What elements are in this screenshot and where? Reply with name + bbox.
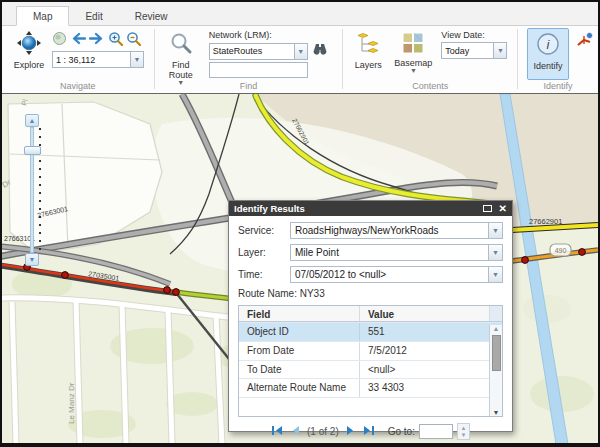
find-route-magnifier-icon <box>169 32 193 58</box>
page-count-text: (1 of 2) <box>307 426 339 437</box>
scroll-up-icon[interactable]: ▲ <box>493 325 500 332</box>
network-lrm-value: StateRoutes <box>210 46 294 56</box>
close-icon[interactable]: ✕ <box>499 204 507 214</box>
basemap-button[interactable]: Basemap ▼ <box>389 28 437 76</box>
group-navigate: Explore <box>2 26 154 92</box>
explore-icon <box>16 30 42 58</box>
chevron-down-icon[interactable]: ▼ <box>493 43 506 58</box>
route-shield-label: 490 <box>555 247 567 254</box>
map-viewport[interactable]: 490 27663001 27663101 27035001 27662901 … <box>2 93 598 443</box>
spinner-up-icon[interactable]: ▲ <box>460 425 466 432</box>
find-group-label: Find <box>155 81 343 91</box>
time-label: Time: <box>238 269 290 280</box>
group-contents: Layers Basemap ▼ <box>343 26 517 92</box>
goto-spinner[interactable]: ▲▼ <box>457 423 470 440</box>
table-row[interactable]: To Date <null> <box>239 360 502 379</box>
full-extent-globe-icon[interactable] <box>52 31 67 50</box>
attributes-table: Field Value Object ID 551 From Date 7/5/… <box>238 305 503 417</box>
goto-label: Go to: <box>388 426 415 437</box>
chevron-down-icon: ▼ <box>410 68 417 74</box>
zoom-slider-handle[interactable] <box>24 146 41 155</box>
dialog-title: Identify Results <box>234 203 305 214</box>
basemap-icon <box>402 32 424 56</box>
previous-page-button[interactable] <box>290 425 300 438</box>
route-label-27662901: 27662901 <box>529 217 562 226</box>
chevron-down-icon[interactable]: ▼ <box>130 52 143 67</box>
contents-group-label: Contents <box>343 81 517 91</box>
layer-combobox[interactable]: Mile Point ▼ <box>290 244 503 261</box>
ribbon-body: Explore <box>2 26 598 92</box>
header-gutter <box>489 306 502 321</box>
table-row[interactable]: From Date 7/5/2012 <box>239 341 502 360</box>
explore-button[interactable]: Explore <box>6 28 52 72</box>
service-combobox[interactable]: RoadsHighways/NewYorkRoads ▼ <box>290 222 503 239</box>
time-value: 07/05/2012 to <null> <box>291 269 488 280</box>
explore-label: Explore <box>14 60 45 70</box>
goto-page-input[interactable] <box>419 424 453 439</box>
chevron-down-icon[interactable]: ▼ <box>294 44 307 59</box>
window-bottom-border <box>2 443 598 447</box>
scroll-down-icon[interactable]: ▼ <box>493 409 500 416</box>
first-page-button[interactable] <box>271 425 283 438</box>
find-route-button[interactable]: Find Route ▼ <box>159 28 203 88</box>
network-lrm-label: Network (LRM): <box>209 30 337 40</box>
table-row-partial <box>239 397 502 416</box>
table-row[interactable]: Alternate Route Name 33 4303 <box>239 378 502 397</box>
route-input[interactable] <box>209 62 308 78</box>
navigate-group-label: Navigate <box>2 81 154 91</box>
back-arrow-icon[interactable] <box>70 31 86 49</box>
layers-label: Layers <box>355 60 382 70</box>
service-value: RoadsHighways/NewYorkRoads <box>291 225 488 236</box>
layer-value: Mile Point <box>291 247 488 258</box>
next-page-button[interactable] <box>346 425 356 438</box>
map-zoom-slider[interactable]: ▲ ▼ <box>24 114 44 266</box>
identify-results-dialog: Identify Results ✕ Service: RoadsHighway… <box>228 200 513 432</box>
chevron-down-icon[interactable]: ▼ <box>488 223 502 238</box>
ribbon-tabstrip: Map Edit Review <box>2 2 598 26</box>
identify-icon: i <box>535 31 561 59</box>
identify-group-label: Identify <box>518 81 598 91</box>
group-identify: i Identify Identify <box>518 26 598 92</box>
spinner-down-icon[interactable]: ▼ <box>460 432 466 439</box>
tab-review[interactable]: Review <box>119 7 184 25</box>
street-label-le-manz-dr: Le Manz Dr <box>67 382 76 424</box>
time-combobox[interactable]: 07/05/2012 to <null> ▼ <box>290 266 503 283</box>
application-window: Map Edit Review <box>0 0 600 447</box>
view-date-combobox[interactable]: Today ▼ <box>441 42 507 59</box>
zoom-out-icon[interactable] <box>126 31 141 50</box>
route-name-value: NY33 <box>300 288 325 299</box>
zoom-slider-down-button[interactable]: ▼ <box>25 253 39 266</box>
network-lrm-combobox[interactable]: StateRoutes ▼ <box>209 43 308 60</box>
map-scale-combobox[interactable]: 1 : 36,112 ▼ <box>52 51 144 68</box>
tab-edit[interactable]: Edit <box>69 7 118 25</box>
zoom-slider-up-button[interactable]: ▲ <box>25 114 39 127</box>
identify-route-icon[interactable] <box>577 32 594 51</box>
view-date-value: Today <box>442 46 493 56</box>
layer-label: Layer: <box>238 247 290 258</box>
dialog-titlebar[interactable]: Identify Results ✕ <box>229 201 512 216</box>
chevron-down-icon[interactable]: ▼ <box>488 267 502 282</box>
chevron-down-icon[interactable]: ▼ <box>488 245 502 260</box>
identify-button[interactable]: i Identify <box>527 28 569 80</box>
scrollbar-thumb[interactable] <box>492 335 501 371</box>
layers-icon <box>356 32 380 58</box>
column-header-value: Value <box>359 306 489 321</box>
layers-button[interactable]: Layers <box>347 28 389 72</box>
route-name-text: Route Name: NY33 <box>238 288 503 299</box>
pagination-bar: (1 of 2) Go to: ▲▼ <box>238 423 503 440</box>
find-route-label-1: Find <box>172 60 190 70</box>
map-scale-value: 1 : 36,112 <box>53 55 130 65</box>
route-name-label: Route Name: <box>238 288 297 299</box>
table-scrollbar[interactable]: ▲ ▼ <box>489 325 502 416</box>
zoom-in-icon[interactable] <box>108 31 123 50</box>
dialog-body: Service: RoadsHighways/NewYorkRoads ▼ La… <box>229 216 512 443</box>
tab-map[interactable]: Map <box>16 6 69 26</box>
table-row[interactable]: Object ID 551 <box>239 322 502 341</box>
column-header-field: Field <box>239 306 359 321</box>
last-page-button[interactable] <box>363 425 375 438</box>
table-header: Field Value <box>239 306 502 322</box>
binoculars-icon[interactable] <box>312 42 328 60</box>
forward-arrow-icon[interactable] <box>89 31 105 49</box>
ribbon: Map Edit Review <box>2 2 598 93</box>
maximize-icon[interactable] <box>483 205 492 212</box>
